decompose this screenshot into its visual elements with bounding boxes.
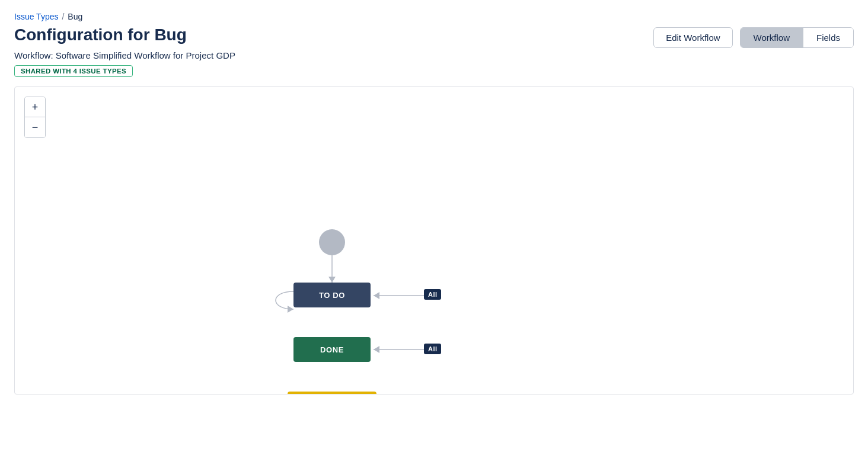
zoom-in-button[interactable]: + <box>25 97 45 117</box>
breadcrumb-issue-types-link[interactable]: Issue Types <box>14 12 58 21</box>
tab-group: Workflow Fields <box>740 27 854 48</box>
breadcrumb: Issue Types / Bug <box>14 12 854 21</box>
header-buttons: Edit Workflow Workflow Fields <box>653 27 854 48</box>
page-title: Configuration for Bug <box>14 25 187 45</box>
start-to-todo-arrow <box>328 277 336 283</box>
zoom-controls: + − <box>24 97 46 138</box>
all-badge-todo[interactable]: All <box>424 289 441 300</box>
edit-workflow-button[interactable]: Edit Workflow <box>653 27 732 48</box>
todo-self-loop <box>276 291 293 309</box>
start-node <box>319 229 345 255</box>
all-to-todo-arrowhead <box>374 292 379 299</box>
zoom-out-button[interactable]: − <box>25 117 45 137</box>
tab-fields-button[interactable]: Fields <box>803 28 853 47</box>
shared-badge: SHARED WITH 4 ISSUE TYPES <box>14 65 133 77</box>
tab-workflow-button[interactable]: Workflow <box>741 28 803 47</box>
workflow-subtitle: Workflow: Software Simplified Workflow f… <box>14 50 854 60</box>
todo-node[interactable]: TO DO <box>293 283 371 307</box>
todo-label: TO DO <box>319 291 345 300</box>
all-badge-done[interactable]: All <box>424 344 441 354</box>
page-container: Issue Types / Bug Configuration for Bug … <box>0 0 868 406</box>
todo-self-loop-arrow <box>288 306 293 313</box>
done-node[interactable]: DONE <box>293 337 371 362</box>
inprogress-node[interactable]: IN PROGRESS <box>288 392 376 395</box>
header-row: Configuration for Bug Edit Workflow Work… <box>14 25 854 48</box>
done-label: DONE <box>320 345 344 354</box>
workflow-diagram: + − TO DO <box>14 86 854 395</box>
breadcrumb-separator: / <box>62 12 64 21</box>
breadcrumb-current: Bug <box>68 12 82 21</box>
all-to-done-arrowhead <box>374 346 379 353</box>
